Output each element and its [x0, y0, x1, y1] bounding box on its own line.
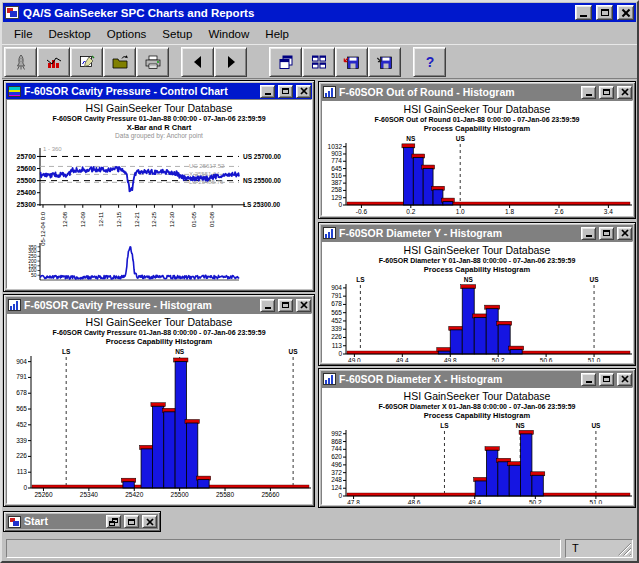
svg-text:124: 124	[331, 484, 342, 491]
svg-text:47.8: 47.8	[347, 499, 360, 505]
menu-options[interactable]: Options	[99, 26, 155, 42]
histogram-icon	[323, 227, 336, 239]
svg-text:LS: LS	[440, 422, 449, 429]
menu-setup[interactable]: Setup	[154, 26, 200, 42]
child-titlebar[interactable]: F-60SOR Cavity Pressure - Histogram	[6, 297, 312, 313]
status-bar: T	[2, 535, 637, 561]
svg-text:12-15: 12-15	[116, 211, 122, 227]
child-titlebar[interactable]: F-60SOR Diameter Y - Histogram	[321, 225, 633, 241]
restore-button[interactable]	[106, 515, 121, 528]
minimize-button[interactable]	[581, 86, 596, 99]
svg-text:992: 992	[331, 430, 342, 437]
svg-text:113: 113	[17, 468, 28, 475]
close-button[interactable]	[296, 85, 311, 98]
launch-button[interactable]	[4, 47, 37, 77]
minimize-icon	[586, 94, 592, 96]
menu-window[interactable]: Window	[200, 26, 257, 42]
open-button[interactable]	[103, 47, 136, 77]
close-button[interactable]	[142, 515, 157, 528]
arrow-right-icon	[222, 54, 240, 70]
minimize-button[interactable]	[581, 227, 596, 240]
svg-text:50.6: 50.6	[540, 357, 553, 363]
chart-type-label: Process Capability Histogram	[322, 124, 632, 133]
svg-text:12-09: 12-09	[80, 211, 86, 227]
svg-text:113: 113	[332, 342, 343, 349]
close-button[interactable]	[617, 5, 634, 20]
svg-text:50.2: 50.2	[492, 357, 505, 363]
maximize-button[interactable]	[596, 5, 613, 20]
maximize-button[interactable]	[124, 515, 139, 528]
close-icon	[300, 88, 307, 95]
recall-desktop-button[interactable]	[335, 47, 368, 77]
menu-desktop[interactable]: Desktop	[41, 26, 99, 42]
svg-text:791: 791	[16, 373, 27, 380]
svg-text:US: US	[590, 276, 600, 283]
chart-title: HSI GainSeeker Tour Database	[7, 316, 311, 328]
svg-text:2.6: 2.6	[554, 208, 563, 215]
menu-help[interactable]: Help	[257, 26, 297, 42]
close-icon	[622, 9, 630, 17]
restore-icon	[109, 518, 118, 526]
close-button[interactable]	[617, 373, 632, 386]
chart-subtitle: F-60SOR Cavity Pressure 01-Jan-88 0:00:0…	[7, 328, 311, 337]
maximize-button[interactable]	[599, 373, 614, 386]
svg-text:791: 791	[331, 292, 342, 299]
child-window-title: Start	[24, 514, 103, 529]
maximize-button[interactable]	[599, 86, 614, 99]
svg-text:25600: 25600	[17, 165, 37, 172]
minimize-button[interactable]	[260, 85, 275, 98]
minimize-button[interactable]	[581, 373, 596, 386]
tile-icon	[310, 54, 328, 70]
new-chart-button[interactable]	[37, 47, 70, 77]
maximize-icon	[603, 89, 610, 95]
svg-text:25260: 25260	[34, 491, 52, 498]
help-icon: ?	[421, 54, 439, 70]
folder-icon	[111, 54, 129, 70]
help-button[interactable]: ?	[413, 47, 446, 77]
close-icon	[300, 302, 307, 309]
close-icon	[621, 89, 628, 96]
svg-text:UC 25617.52: UC 25617.52	[189, 163, 225, 169]
close-button[interactable]	[296, 299, 311, 312]
resize-grip[interactable]	[618, 543, 631, 556]
minimize-button[interactable]	[260, 299, 275, 312]
svg-text:25340: 25340	[80, 491, 98, 498]
cascade-windows-button[interactable]	[269, 47, 302, 77]
child-titlebar[interactable]: F-60SOR Cavity Pressure - Control Chart	[6, 83, 312, 99]
svg-text:0: 0	[338, 492, 342, 499]
save-desktop-button[interactable]	[368, 47, 401, 77]
maximize-button[interactable]	[278, 85, 293, 98]
main-titlebar[interactable]: QA/S GainSeeker SPC Charts and Reports	[3, 3, 636, 22]
svg-text:496: 496	[331, 461, 342, 468]
minimize-icon	[265, 93, 271, 95]
svg-text:01-08: 01-08	[209, 211, 215, 227]
svg-text:US 25700.00: US 25700.00	[243, 153, 281, 160]
child-titlebar[interactable]: F-60SOR Out of Round - Histogram	[321, 84, 633, 100]
tile-windows-button[interactable]	[302, 47, 335, 77]
chart-title: HSI GainSeeker Tour Database	[7, 102, 311, 114]
histogram-canvas: LSNSUS9047916785654523392261130252602534…	[7, 346, 312, 498]
close-button[interactable]	[617, 86, 632, 99]
menu-file[interactable]: File	[6, 26, 41, 42]
child-titlebar[interactable]: Start	[6, 514, 158, 529]
minimize-button[interactable]	[575, 5, 592, 20]
maximize-button[interactable]	[599, 227, 614, 240]
svg-text:49.0: 49.0	[348, 357, 361, 363]
status-panel-message	[6, 539, 561, 558]
svg-text:452: 452	[331, 317, 342, 324]
svg-text:NS: NS	[464, 276, 474, 283]
svg-text:25500: 25500	[171, 491, 189, 498]
previous-button[interactable]	[181, 47, 214, 77]
child-titlebar[interactable]: F-60SOR Diameter X - Histogram	[321, 371, 633, 387]
window-cavity-pressure-histogram: F-60SOR Cavity Pressure - Histogram HSI …	[3, 294, 315, 507]
maximize-button[interactable]	[278, 299, 293, 312]
chart-type-label: Process Capability Histogram	[7, 337, 311, 346]
close-button[interactable]	[617, 227, 632, 240]
svg-text:516: 516	[331, 172, 342, 179]
svg-text:903: 903	[331, 150, 342, 157]
svg-text:25300: 25300	[17, 201, 37, 208]
edit-chart-button[interactable]	[70, 47, 103, 77]
next-button[interactable]	[214, 47, 247, 77]
status-panel-indicator: T	[565, 539, 633, 558]
print-button[interactable]	[136, 47, 169, 77]
